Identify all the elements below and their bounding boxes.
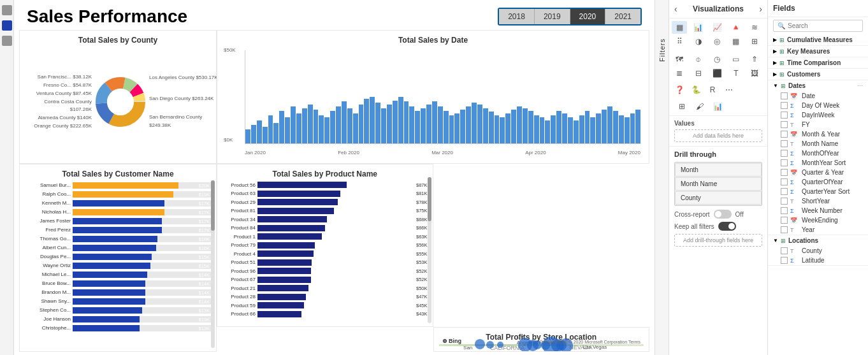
field-checkbox-quarteryearsort[interactable] [781, 188, 788, 195]
year-btn-2020[interactable]: 2020 [570, 9, 606, 24]
viz-icon-treemap[interactable]: ▦ [728, 35, 744, 48]
viz-icon-text[interactable]: T [728, 67, 744, 80]
viz-icon-image[interactable]: 🖼 [747, 67, 762, 80]
field-group-header-dates[interactable]: ▼ ⊞ Dates ⋯ [768, 80, 868, 91]
field-checkbox-monthofyear[interactable] [781, 150, 788, 157]
viz-icon-pie[interactable]: ◑ [691, 35, 706, 48]
field-item-monthofyear[interactable]: Σ MonthOfYear [768, 149, 868, 158]
field-checkbox-year[interactable] [781, 226, 788, 233]
keep-filters-toggle[interactable] [718, 222, 736, 231]
field-checkbox-dayofweek[interactable] [781, 102, 788, 109]
format-icon-analytics[interactable]: 📊 [710, 100, 725, 113]
date-bar [251, 125, 256, 143]
field-item-weekending[interactable]: 📅 WeekEnding [768, 215, 868, 225]
viz-icon-matrix[interactable]: ⊞ [747, 35, 762, 48]
dates-more-icon[interactable]: ⋯ [857, 83, 863, 89]
viz-icon-area[interactable]: 🔺 [728, 21, 744, 34]
field-name-date: Date [802, 92, 815, 99]
field-checkbox-weekending[interactable] [781, 217, 788, 224]
field-item-monthyear[interactable]: 📅 Month & Year [768, 129, 868, 139]
field-item-date[interactable]: 📅 Date [768, 91, 868, 101]
viz-icon-table[interactable]: ⊟ [691, 67, 706, 80]
field-checkbox-dayinweek[interactable] [781, 112, 788, 119]
viz-icon-shape[interactable]: ⬛ [709, 67, 725, 80]
customer-scroll[interactable] [211, 180, 215, 348]
field-group-cumulative: ▶ ⊞ Cumulative Measures [768, 34, 868, 46]
search-input[interactable] [788, 22, 868, 29]
product-scroll[interactable] [428, 177, 431, 323]
viz-nav-right[interactable]: › [759, 4, 762, 14]
year-btn-2018[interactable]: 2018 [499, 9, 535, 24]
viz-nav-left[interactable]: ‹ [674, 4, 677, 14]
field-item-county[interactable]: T County [768, 246, 868, 256]
customer-bar-value: $17K [198, 228, 210, 233]
field-item-dayofweek[interactable]: Σ Day Of Week [768, 101, 868, 110]
field-group-header-cumulative[interactable]: ▶ ⊞ Cumulative Measures [768, 34, 868, 45]
field-group-header-locations[interactable]: ▼ ⊞ Locations [768, 235, 868, 246]
date-bar [421, 108, 426, 143]
field-item-monthyearsort[interactable]: Σ MonthYear Sort [768, 158, 868, 168]
format-icon-paint[interactable]: 🖌 [692, 100, 707, 113]
context-month[interactable]: Month [675, 163, 762, 177]
field-checkbox-fy[interactable] [781, 121, 788, 128]
viz-icon-map[interactable]: 🗺 [672, 53, 687, 66]
viz-icon-donut[interactable]: ◎ [709, 35, 725, 48]
field-item-fy[interactable]: T FY [768, 120, 868, 129]
product-bar-fill [257, 199, 338, 205]
format-icon-fields[interactable]: ⊞ [674, 100, 690, 113]
viz-icon-r[interactable]: R [705, 83, 720, 96]
field-checkbox-quarteryear[interactable] [781, 169, 788, 176]
viz-icon-kpi[interactable]: ⇑ [747, 53, 762, 66]
viz-icon-column[interactable]: 📊 [691, 21, 706, 34]
viz-icon-more[interactable]: ⋯ [721, 83, 737, 96]
map-dot [475, 339, 485, 349]
viz-icon-qna[interactable]: ❓ [672, 83, 687, 96]
viz-icon-slicer[interactable]: ≣ [672, 67, 687, 80]
customer-label: Shawn Sny... [25, 298, 71, 304]
field-item-shortyear[interactable]: T ShortYear [768, 196, 868, 206]
field-checkbox-shortyear[interactable] [781, 198, 788, 205]
viz-icon-ribbon[interactable]: ≋ [747, 21, 762, 34]
nav-icon-2[interactable] [2, 20, 12, 31]
viz-icon-line[interactable]: 📈 [709, 21, 725, 34]
date-bar [426, 105, 431, 143]
field-item-quarteryearsort[interactable]: Σ QuarterYear Sort [768, 187, 868, 196]
field-item-weeknumber[interactable]: Σ Week Number [768, 206, 868, 215]
date-bar [602, 110, 607, 143]
field-checkbox-quarterofyear[interactable] [781, 178, 788, 185]
viz-icon-gauge[interactable]: ◷ [709, 53, 725, 66]
field-item-quarteryear[interactable]: 📅 Quarter & Year [768, 168, 868, 177]
add-drill-fields-btn[interactable]: Add drill-through fields here [674, 234, 762, 247]
nav-icon-1[interactable] [2, 5, 12, 15]
viz-icon-funnel[interactable]: ⌽ [691, 53, 706, 66]
nav-icon-3[interactable] [2, 36, 12, 46]
field-item-latitude[interactable]: Σ Latitude [768, 256, 868, 265]
field-checkbox-weeknumber[interactable] [781, 207, 788, 214]
field-checkbox-date[interactable] [781, 92, 788, 99]
field-item-monthname[interactable]: T Month Name [768, 139, 868, 149]
field-item-year[interactable]: T Year [768, 225, 868, 235]
field-checkbox-monthyearsort[interactable] [781, 159, 788, 166]
add-data-fields-box[interactable]: Add data fields here [674, 129, 762, 142]
viz-icon-card[interactable]: ▭ [728, 53, 744, 66]
viz-icon-bar[interactable]: ▦ [672, 21, 687, 34]
context-county[interactable]: County [675, 191, 762, 205]
field-group-header-customers[interactable]: ▶ ⊞ Customers [768, 69, 868, 80]
field-item-dayinweek[interactable]: Σ DayInWeek [768, 110, 868, 120]
viz-icon-python[interactable]: 🐍 [688, 83, 704, 96]
field-group-header-key[interactable]: ▶ ⊞ Key Measures [768, 46, 868, 57]
year-btn-2019[interactable]: 2019 [535, 9, 570, 24]
field-item-quarterofyear[interactable]: Σ QuarterOfYear [768, 177, 868, 187]
field-checkbox-latitude[interactable] [781, 257, 788, 264]
viz-icon-scatter[interactable]: ⠿ [672, 35, 687, 48]
field-checkbox-monthyear[interactable] [781, 131, 788, 138]
cross-report-toggle[interactable] [714, 210, 732, 219]
field-group-header-time[interactable]: ▶ ⊞ Time Comparison [768, 57, 868, 68]
field-checkbox-county[interactable] [781, 247, 788, 254]
field-checkbox-monthname[interactable] [781, 140, 788, 147]
year-btn-2021[interactable]: 2021 [605, 9, 640, 24]
date-bar [511, 110, 516, 143]
customer-bar-value: $17K [198, 210, 210, 215]
field-name-dayofweek: Day Of Week [802, 102, 839, 109]
context-month-name[interactable]: Month Name [675, 177, 762, 191]
